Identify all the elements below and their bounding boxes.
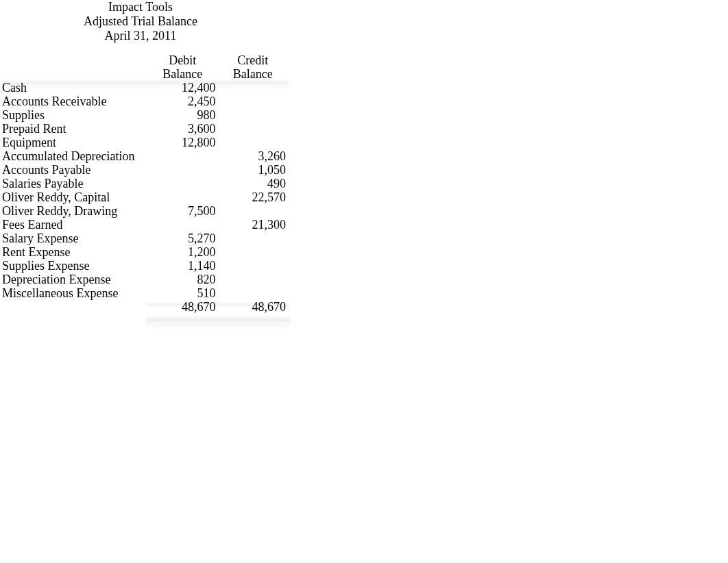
account-name: Oliver Reddy, Drawing	[2, 204, 149, 218]
credit-value	[220, 204, 290, 218]
credit-value	[220, 95, 290, 108]
account-name: Supplies Expense	[2, 259, 149, 273]
account-name: Oliver Reddy, Capital	[2, 190, 149, 204]
credit-value	[220, 245, 290, 259]
account-name: Equipment	[2, 136, 149, 149]
table-row: Accounts Payable1,050	[2, 163, 290, 177]
table-row: Salaries Payable490	[2, 177, 290, 190]
table-row: Depreciation Expense820	[2, 273, 290, 286]
debit-value: 2,450	[149, 95, 219, 108]
credit-value	[220, 259, 290, 273]
credit-value: 3,260	[220, 149, 290, 163]
account-name: Fees Earned	[2, 218, 149, 232]
debit-value: 1,200	[149, 245, 219, 259]
totals-row: 48,670 48,670	[2, 300, 290, 314]
totals-double-rule	[146, 317, 290, 324]
table-row: Equipment12,800	[2, 136, 290, 149]
table-row: Oliver Reddy, Drawing7,500	[2, 204, 290, 218]
credit-value	[220, 286, 290, 300]
account-name: Accumulated Depreciation	[2, 149, 149, 163]
debit-value: 7,500	[149, 204, 219, 218]
credit-value: 22,570	[220, 190, 290, 204]
account-name: Depreciation Expense	[2, 273, 149, 286]
table-row: Supplies Expense1,140	[2, 259, 290, 273]
debit-value: 12,400	[149, 81, 219, 95]
credit-value: 1,050	[220, 163, 290, 177]
report-title: Adjusted Trial Balance	[0, 14, 281, 29]
report-date: April 31, 2011	[0, 29, 281, 43]
account-name: Salaries Payable	[2, 177, 149, 190]
account-name: Salary Expense	[2, 232, 149, 245]
debit-value: 820	[149, 273, 219, 286]
company-name: Impact Tools	[0, 0, 281, 14]
credit-value	[220, 273, 290, 286]
account-name: Prepaid Rent	[2, 122, 149, 136]
account-name: Accounts Payable	[2, 163, 149, 177]
debit-value	[149, 190, 219, 204]
table-row: Salary Expense5,270	[2, 232, 290, 245]
table-row: Accumulated Depreciation3,260	[2, 149, 290, 163]
debit-value	[149, 177, 219, 190]
debit-value: 1,140	[149, 259, 219, 273]
col-header-credit-line2: Balance	[220, 67, 290, 81]
report-header: Impact Tools Adjusted Trial Balance Apri…	[0, 0, 281, 43]
account-name: Supplies	[2, 108, 149, 122]
debit-value	[149, 149, 219, 163]
credit-value: 490	[220, 177, 290, 190]
credit-value	[220, 232, 290, 245]
col-header-debit-line1: Debit	[149, 53, 219, 67]
table-row: Rent Expense1,200	[2, 245, 290, 259]
debit-value: 12,800	[149, 136, 219, 149]
table-row: Prepaid Rent3,600	[2, 122, 290, 136]
credit-value	[220, 108, 290, 122]
account-name: Cash	[2, 81, 149, 95]
table-row: Oliver Reddy, Capital22,570	[2, 190, 290, 204]
totals-credit: 48,670	[220, 300, 290, 314]
trial-balance-table: Debit Credit Balance Balance Cash12,400A…	[2, 53, 290, 314]
trial-balance-table-wrap: Debit Credit Balance Balance Cash12,400A…	[2, 53, 290, 314]
debit-value: 510	[149, 286, 219, 300]
totals-debit: 48,670	[149, 300, 219, 314]
trial-balance-body: Cash12,400Accounts Receivable2,450Suppli…	[2, 81, 290, 300]
credit-value	[220, 122, 290, 136]
debit-value	[149, 218, 219, 232]
table-row: Cash12,400	[2, 81, 290, 95]
table-row: Accounts Receivable2,450	[2, 95, 290, 108]
credit-value	[220, 136, 290, 149]
debit-value: 5,270	[149, 232, 219, 245]
debit-value: 3,600	[149, 122, 219, 136]
account-name: Rent Expense	[2, 245, 149, 259]
debit-value	[149, 163, 219, 177]
debit-value: 980	[149, 108, 219, 122]
table-row: Supplies980	[2, 108, 290, 122]
account-name: Miscellaneous Expense	[2, 286, 149, 300]
account-name: Accounts Receivable	[2, 95, 149, 108]
table-row: Miscellaneous Expense510	[2, 286, 290, 300]
col-header-credit-line1: Credit	[220, 53, 290, 67]
table-row: Fees Earned21,300	[2, 218, 290, 232]
credit-value: 21,300	[220, 218, 290, 232]
col-header-debit-line2: Balance	[149, 67, 219, 81]
credit-value	[220, 81, 290, 95]
